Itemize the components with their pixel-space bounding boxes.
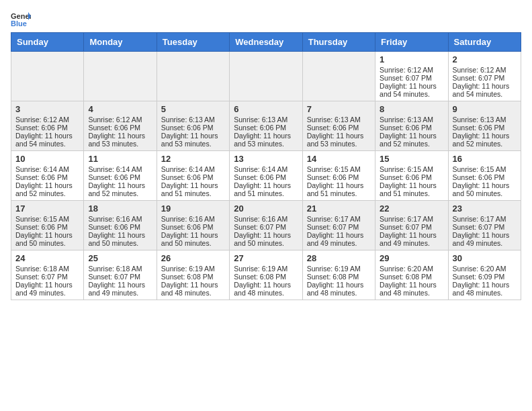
day-info: Sunset: 6:07 PM [380, 74, 443, 82]
day-number: 25 [88, 253, 152, 263]
day-number: 30 [453, 253, 517, 263]
calendar-cell: 7Sunrise: 6:13 AMSunset: 6:06 PMDaylight… [302, 101, 375, 151]
day-info: Daylight: 11 hours and 52 minutes. [453, 132, 517, 148]
day-header-saturday: Saturday [448, 33, 521, 52]
day-header-friday: Friday [375, 33, 448, 52]
day-number: 22 [380, 203, 443, 214]
svg-text:Blue: Blue [11, 19, 27, 27]
calendar-cell: 9Sunrise: 6:13 AMSunset: 6:06 PMDaylight… [448, 101, 521, 151]
day-info: Sunset: 6:08 PM [307, 273, 371, 281]
calendar-cell: 11Sunrise: 6:14 AMSunset: 6:06 PMDayligh… [84, 151, 157, 201]
calendar-cell: 8Sunrise: 6:13 AMSunset: 6:06 PMDaylight… [375, 101, 448, 151]
day-info: Sunset: 6:06 PM [307, 124, 371, 132]
calendar-week-2: 3Sunrise: 6:12 AMSunset: 6:06 PMDaylight… [11, 101, 521, 151]
day-info: Daylight: 11 hours and 54 minutes. [453, 82, 517, 98]
day-info: Daylight: 11 hours and 49 minutes. [88, 281, 152, 297]
day-info: Sunrise: 6:13 AM [453, 116, 517, 124]
calendar-week-4: 17Sunrise: 6:15 AMSunset: 6:06 PMDayligh… [11, 201, 521, 250]
day-number: 3 [15, 104, 79, 114]
day-info: Daylight: 11 hours and 49 minutes. [380, 231, 443, 247]
day-info: Daylight: 11 hours and 48 minutes. [453, 281, 517, 297]
day-info: Sunset: 6:06 PM [88, 124, 152, 132]
logo: General Blue [11, 11, 34, 27]
day-info: Sunrise: 6:19 AM [161, 265, 225, 273]
calendar-table: SundayMondayTuesdayWednesdayThursdayFrid… [11, 32, 521, 300]
day-number: 12 [161, 154, 225, 164]
day-info: Sunrise: 6:17 AM [307, 215, 371, 223]
day-info: Sunrise: 6:14 AM [15, 165, 79, 173]
day-info: Sunrise: 6:19 AM [234, 265, 298, 273]
day-info: Daylight: 11 hours and 49 minutes. [453, 231, 517, 247]
calendar-cell: 26Sunrise: 6:19 AMSunset: 6:08 PMDayligh… [157, 250, 229, 300]
day-info: Sunset: 6:07 PM [453, 74, 517, 82]
day-info: Sunset: 6:09 PM [453, 273, 517, 281]
day-info: Sunset: 6:06 PM [88, 173, 152, 181]
day-info: Sunrise: 6:15 AM [453, 165, 517, 173]
calendar-cell: 23Sunrise: 6:17 AMSunset: 6:07 PMDayligh… [448, 201, 521, 250]
day-info: Daylight: 11 hours and 53 minutes. [307, 132, 371, 148]
calendar-week-5: 24Sunrise: 6:18 AMSunset: 6:07 PMDayligh… [11, 250, 521, 300]
day-number: 1 [380, 54, 443, 64]
day-info: Daylight: 11 hours and 48 minutes. [234, 281, 298, 297]
day-number: 29 [380, 253, 443, 263]
calendar-cell: 14Sunrise: 6:15 AMSunset: 6:06 PMDayligh… [302, 151, 375, 201]
day-number: 6 [234, 104, 298, 114]
day-number: 7 [307, 104, 371, 114]
day-info: Sunrise: 6:17 AM [380, 215, 443, 223]
day-info: Sunrise: 6:14 AM [234, 165, 298, 173]
day-info: Sunset: 6:07 PM [234, 223, 298, 231]
calendar-cell: 24Sunrise: 6:18 AMSunset: 6:07 PMDayligh… [11, 250, 84, 300]
day-number: 18 [88, 203, 152, 214]
calendar-cell: 13Sunrise: 6:14 AMSunset: 6:06 PMDayligh… [230, 151, 302, 201]
day-number: 4 [88, 104, 152, 114]
day-number: 16 [453, 154, 517, 164]
day-info: Daylight: 11 hours and 52 minutes. [15, 181, 79, 197]
day-info: Sunset: 6:07 PM [307, 223, 371, 231]
day-info: Daylight: 11 hours and 51 minutes. [234, 181, 298, 197]
day-info: Sunrise: 6:13 AM [161, 116, 225, 124]
day-info: Daylight: 11 hours and 50 minutes. [15, 231, 79, 247]
day-info: Daylight: 11 hours and 52 minutes. [380, 132, 443, 148]
day-info: Sunset: 6:07 PM [453, 223, 517, 231]
page-header: General Blue [11, 11, 521, 27]
day-info: Daylight: 11 hours and 49 minutes. [307, 231, 371, 247]
day-info: Sunrise: 6:12 AM [15, 116, 79, 124]
day-header-thursday: Thursday [302, 33, 375, 52]
day-info: Sunset: 6:06 PM [453, 173, 517, 181]
calendar-cell: 4Sunrise: 6:12 AMSunset: 6:06 PMDaylight… [84, 101, 157, 151]
day-number: 2 [453, 54, 517, 64]
day-info: Sunrise: 6:13 AM [380, 116, 443, 124]
calendar-cell [230, 52, 302, 101]
day-info: Sunset: 6:06 PM [161, 223, 225, 231]
day-info: Daylight: 11 hours and 52 minutes. [88, 181, 152, 197]
day-number: 17 [15, 203, 79, 214]
day-info: Daylight: 11 hours and 54 minutes. [15, 132, 79, 148]
calendar-cell: 19Sunrise: 6:16 AMSunset: 6:06 PMDayligh… [157, 201, 229, 250]
day-info: Sunrise: 6:20 AM [380, 265, 443, 273]
calendar-cell: 12Sunrise: 6:14 AMSunset: 6:06 PMDayligh… [157, 151, 229, 201]
calendar-cell: 5Sunrise: 6:13 AMSunset: 6:06 PMDaylight… [157, 101, 229, 151]
day-number: 15 [380, 154, 443, 164]
day-info: Sunset: 6:06 PM [15, 223, 79, 231]
day-number: 9 [453, 104, 517, 114]
day-number: 23 [453, 203, 517, 214]
day-info: Sunrise: 6:14 AM [88, 165, 152, 173]
day-number: 10 [15, 154, 79, 164]
day-info: Sunrise: 6:15 AM [15, 215, 79, 223]
day-info: Daylight: 11 hours and 48 minutes. [161, 281, 225, 297]
day-info: Sunrise: 6:12 AM [453, 66, 517, 74]
day-info: Sunset: 6:06 PM [161, 124, 225, 132]
day-number: 8 [380, 104, 443, 114]
day-info: Daylight: 11 hours and 50 minutes. [234, 231, 298, 247]
day-number: 19 [161, 203, 225, 214]
calendar-cell: 18Sunrise: 6:16 AMSunset: 6:06 PMDayligh… [84, 201, 157, 250]
calendar-cell: 6Sunrise: 6:13 AMSunset: 6:06 PMDaylight… [230, 101, 302, 151]
day-info: Sunset: 6:06 PM [307, 173, 371, 181]
day-info: Sunset: 6:06 PM [380, 124, 443, 132]
day-info: Sunset: 6:06 PM [15, 124, 79, 132]
day-info: Sunrise: 6:12 AM [380, 66, 443, 74]
calendar-cell: 28Sunrise: 6:19 AMSunset: 6:08 PMDayligh… [302, 250, 375, 300]
day-info: Daylight: 11 hours and 53 minutes. [88, 132, 152, 148]
day-info: Sunrise: 6:20 AM [453, 265, 517, 273]
calendar-cell: 22Sunrise: 6:17 AMSunset: 6:07 PMDayligh… [375, 201, 448, 250]
